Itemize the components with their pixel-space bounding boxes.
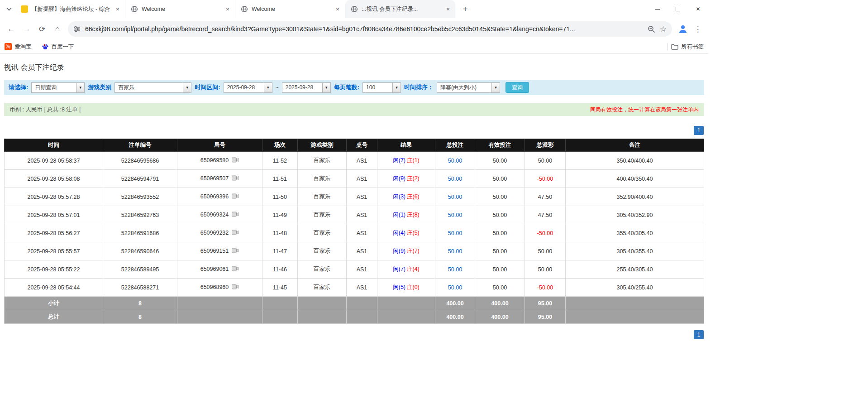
date-to-value: 2025-09-28 <box>282 84 322 91</box>
total-bet-link[interactable]: 50.00 <box>435 170 475 188</box>
session-cell: 11-51 <box>262 170 298 188</box>
valid-bet-cell: 50.00 <box>475 279 525 297</box>
total-spacer <box>566 310 704 324</box>
time-cell: 2025-09-28 05:58:08 <box>5 170 103 188</box>
forum-favicon <box>21 5 28 13</box>
round-cell: 650969396 <box>177 188 262 206</box>
result-player: 闲(5) <box>393 284 405 290</box>
tab-search-chevron-icon[interactable] <box>3 3 15 15</box>
round-number: 650969580 <box>200 157 229 164</box>
table-no-cell: AS1 <box>347 242 377 260</box>
sort-order-select[interactable]: 降幂(由大到小) ▾ <box>437 82 500 93</box>
tab-title: :::视讯 会员下注纪录::: <box>362 5 441 13</box>
zoom-icon[interactable] <box>648 25 655 33</box>
video-replay-icon[interactable] <box>232 248 239 255</box>
total-bet-link[interactable]: 50.00 <box>435 224 475 242</box>
bet-record-row: 2025-09-28 05:57:01522846592763650969324… <box>5 206 704 224</box>
bookmark-item-1[interactable]: 淘爱淘宝 <box>5 43 32 51</box>
profile-avatar-icon[interactable] <box>676 22 690 36</box>
tab-close-icon[interactable]: ✕ <box>334 5 341 13</box>
bookmark-star-icon[interactable]: ☆ <box>660 24 667 34</box>
chevron-down-icon[interactable]: ▾ <box>322 83 330 92</box>
tab-close-icon[interactable]: ✕ <box>444 5 452 13</box>
total-bet-link[interactable]: 50.00 <box>435 260 475 279</box>
column-header: 时间 <box>5 139 103 152</box>
result-banker: 庄(7) <box>407 248 420 254</box>
close-button[interactable]: ✕ <box>688 0 708 18</box>
browser-menu-icon[interactable]: ⋮ <box>691 22 705 36</box>
bet-id-cell: 522846595686 <box>103 152 177 170</box>
chevron-down-icon[interactable]: ▾ <box>76 83 84 92</box>
bookmarks-right: 所有书签 <box>667 43 704 51</box>
browser-tab-2[interactable]: Welcome✕ <box>125 0 235 18</box>
column-header: 游戏类别 <box>298 139 347 152</box>
video-replay-icon[interactable] <box>232 193 239 200</box>
pagination-bottom: 1 <box>5 330 704 339</box>
maximize-button[interactable] <box>668 0 688 18</box>
payout-cell: 50.00 <box>525 152 566 170</box>
video-replay-icon[interactable] <box>232 266 239 273</box>
result-player: 闲(7) <box>393 157 405 164</box>
result-cell: 闲(7)庄(1) <box>377 152 435 170</box>
reload-button[interactable]: ⟳ <box>34 21 50 37</box>
total-bet-link[interactable]: 50.00 <box>435 188 475 206</box>
chevron-down-icon[interactable]: ▾ <box>264 83 272 92</box>
video-replay-icon[interactable] <box>232 212 239 218</box>
browser-tab-3[interactable]: Welcome✕ <box>235 0 345 18</box>
result-cell: 闲(9)庄(2) <box>377 170 435 188</box>
all-bookmarks-button[interactable]: 所有书签 <box>671 43 704 51</box>
site-info-icon[interactable] <box>73 25 81 33</box>
chevron-down-icon[interactable]: ▾ <box>183 83 191 92</box>
bookmark-item-2[interactable]: 百度一下 <box>42 43 74 51</box>
browser-tab-4[interactable]: :::视讯 会员下注纪录:::✕ <box>345 0 455 18</box>
game-type-cell: 百家乐 <box>298 242 347 260</box>
date-from-select[interactable]: 2025-09-28 ▾ <box>224 82 272 93</box>
round-cell: 650969507 <box>177 170 262 188</box>
search-button[interactable]: 查询 <box>506 82 529 93</box>
total-bet-link[interactable]: 50.00 <box>435 152 475 170</box>
game-type-cell: 百家乐 <box>298 170 347 188</box>
pagination-page-1[interactable]: 1 <box>694 126 704 135</box>
chevron-down-icon[interactable]: ▾ <box>392 83 401 92</box>
pagination-page-1[interactable]: 1 <box>694 330 704 339</box>
home-button[interactable]: ⌂ <box>50 21 65 37</box>
subtotal-label: 小计 <box>5 297 103 310</box>
total-bet-link[interactable]: 50.00 <box>435 242 475 260</box>
total-bet-link[interactable]: 50.00 <box>435 206 475 224</box>
game-type-cell: 百家乐 <box>298 188 347 206</box>
subtotal-spacer <box>262 297 298 310</box>
new-tab-button[interactable]: + <box>459 3 472 15</box>
total-bet-link[interactable]: 50.00 <box>435 279 475 297</box>
forward-button[interactable]: → <box>19 21 34 37</box>
bet-id-cell: 522846588271 <box>103 279 177 297</box>
game-type-select[interactable]: 百家乐 ▾ <box>114 82 191 93</box>
date-to-select[interactable]: 2025-09-28 ▾ <box>282 82 331 93</box>
page-size-select[interactable]: 100 ▾ <box>362 82 401 93</box>
valid-bet-cell: 50.00 <box>475 152 525 170</box>
browser-tab-1[interactable]: 【新提醒】海燕策略论坛 - 综合✕ <box>15 0 125 18</box>
query-type-select[interactable]: 日期查询 ▾ <box>31 82 85 93</box>
result-player: 闲(9) <box>393 248 405 254</box>
url-text[interactable]: 66cxkj98.com/ipl/portal.php/game/betreco… <box>85 25 643 33</box>
column-header: 有效投注 <box>475 139 525 152</box>
video-replay-icon[interactable] <box>232 284 239 291</box>
video-replay-icon[interactable] <box>232 157 239 164</box>
video-replay-icon[interactable] <box>232 230 239 236</box>
result-banker: 庄(0) <box>407 284 420 290</box>
video-replay-icon[interactable] <box>232 175 239 182</box>
subtotal-valid-bet: 400.00 <box>475 297 525 310</box>
chevron-down-icon[interactable]: ▾ <box>491 83 500 92</box>
currency-summary-text: 币别 : 人民币 | 总共 :8 注单 | <box>10 106 81 114</box>
tab-close-icon[interactable]: ✕ <box>224 5 231 13</box>
back-button[interactable]: ← <box>4 21 19 37</box>
time-cell: 2025-09-28 05:54:44 <box>5 279 103 297</box>
filter-bar: 请选择: 日期查询 ▾ 游戏类别 百家乐 ▾ 时间区间: 2025-09-28 … <box>4 80 704 95</box>
remark-cell: 400.40/350.40 <box>566 170 704 188</box>
remark-cell: 305.40/352.90 <box>566 206 704 224</box>
tab-close-icon[interactable]: ✕ <box>114 5 121 13</box>
round-number: 650969061 <box>200 266 229 272</box>
bet-id-cell: 522846591686 <box>103 224 177 242</box>
address-bar[interactable]: 66cxkj98.com/ipl/portal.php/game/betreco… <box>68 21 672 37</box>
minimize-button[interactable] <box>647 0 668 18</box>
bet-record-row: 2025-09-28 05:56:27522846591686650969232… <box>5 224 704 242</box>
